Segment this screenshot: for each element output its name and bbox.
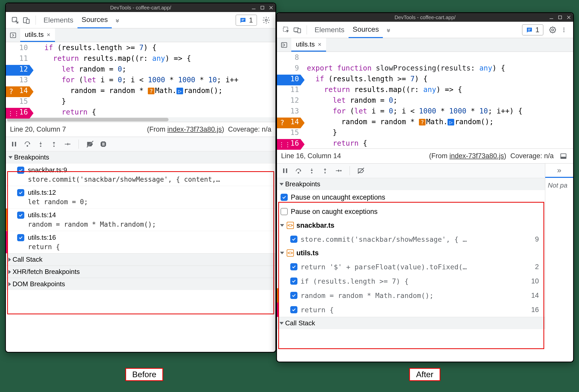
svg-rect-47 [286, 168, 287, 173]
breakpoint-item[interactable]: store.commit('snackbar/showMessage', { …… [277, 232, 545, 246]
pause-exceptions-icon[interactable] [98, 139, 109, 150]
source-map-link[interactable]: index-73f73a80.js [167, 125, 222, 133]
issues-badge[interactable]: 1 [236, 15, 257, 26]
checkbox-checked-icon[interactable] [290, 263, 297, 270]
breakpoint-group-utils[interactable]: <> utils.ts [277, 246, 545, 260]
close-tab-icon[interactable]: × [47, 31, 50, 38]
svg-rect-1 [261, 6, 264, 9]
breakpoint-item[interactable]: return { 16 [277, 303, 545, 317]
step-over-icon[interactable] [22, 139, 33, 150]
breakpoint-item[interactable]: utils.ts:12 let random = 0; [6, 186, 275, 208]
breakpoints-header[interactable]: Breakpoints [6, 151, 275, 163]
checkbox-checked-icon[interactable] [17, 234, 24, 241]
close-icon[interactable] [269, 5, 273, 10]
xhr-breakpoints-header[interactable]: XHR/fetch Breakpoints [6, 266, 275, 278]
main-toolbar: Elements Sources 1 [277, 22, 573, 38]
code-editor[interactable]: 10 if (results.length >= 7) { 11 return … [6, 42, 275, 122]
checkbox-checked-icon[interactable] [290, 306, 297, 313]
step-over-icon[interactable] [293, 165, 304, 176]
svg-text:⋮⋮: ⋮⋮ [279, 141, 291, 148]
device-toggle-icon[interactable] [21, 15, 32, 26]
source-map-link[interactable]: index-73f73a80.js [449, 152, 504, 160]
navigator-toggle-icon[interactable] [7, 30, 19, 41]
deactivate-breakpoints-icon[interactable] [84, 139, 96, 150]
disclosure-open-icon [280, 252, 284, 254]
checkbox-checked-icon[interactable] [290, 278, 297, 285]
pause-icon[interactable] [8, 139, 20, 150]
tab-elements[interactable]: Elements [310, 22, 349, 38]
file-tab[interactable]: utils.ts × [291, 38, 326, 52]
pause-icon[interactable] [280, 165, 291, 176]
tab-elements[interactable]: Elements [39, 13, 77, 28]
js-file-icon: <> [287, 222, 294, 229]
breakpoint-item[interactable]: if (results.length >= 7) { 10 [277, 274, 545, 288]
step-icon[interactable] [333, 165, 344, 176]
more-tabs-icon[interactable] [112, 15, 123, 26]
tab-sources[interactable]: Sources [77, 12, 112, 28]
inspect-icon[interactable] [281, 24, 292, 36]
callstack-header[interactable]: Call Stack [277, 317, 545, 329]
maximize-icon[interactable] [558, 15, 562, 20]
issues-badge[interactable]: 1 [522, 24, 543, 36]
breakpoint-code: let random = 0; [17, 198, 272, 206]
breakpoint-item[interactable]: snackbar.ts:9 store.commit('snackbar/sho… [6, 163, 275, 186]
breakpoint-code: random = random * Math.random(); [17, 221, 272, 228]
breakpoint-item[interactable]: return '$' + parseFloat(value).toFixed(…… [277, 260, 545, 274]
cursor-position: Line 20, Column 7 [10, 125, 66, 133]
kebab-menu-icon[interactable] [558, 24, 570, 36]
deactivate-breakpoints-icon[interactable] [355, 165, 367, 176]
show-drawer-icon[interactable] [558, 151, 569, 162]
js-file-icon: <> [287, 249, 294, 257]
tab-sources[interactable]: Sources [349, 22, 383, 38]
checkbox-checked-icon[interactable] [290, 292, 297, 299]
breakpoint-item[interactable]: random = random * Math.random(); 14 [277, 288, 545, 303]
svg-point-34 [563, 28, 564, 29]
breakpoints-header[interactable]: Breakpoints [277, 178, 545, 190]
settings-icon[interactable] [261, 15, 272, 26]
step-into-icon[interactable] [35, 139, 46, 150]
svg-text:⋮⋮: ⋮⋮ [7, 110, 20, 117]
settings-icon[interactable] [547, 24, 558, 36]
code-editor[interactable]: 8 9 export function slowProcessing(resul… [277, 52, 573, 148]
breakpoint-group-snackbar[interactable]: <> snackbar.ts [277, 219, 545, 232]
checkbox-checked-icon[interactable] [290, 236, 297, 243]
checkbox-unchecked-icon[interactable] [281, 208, 288, 215]
disclosure-closed-icon [8, 258, 11, 262]
cursor-position: Line 16, Column 14 [281, 152, 341, 160]
more-tabs-icon[interactable]: » [545, 164, 573, 178]
file-tab[interactable]: utils.ts × [20, 28, 55, 42]
minimize-icon[interactable] [549, 15, 554, 20]
svg-point-36 [563, 31, 564, 32]
checkbox-checked-icon[interactable] [17, 212, 24, 219]
pause-uncaught-row[interactable]: Pause on uncaught exceptions [277, 190, 545, 204]
checkbox-checked-icon[interactable] [17, 167, 24, 174]
file-tab-label: utils.ts [296, 40, 315, 48]
breakpoints-title: Breakpoints [285, 180, 320, 188]
dom-breakpoints-header[interactable]: DOM Breakpoints [6, 278, 275, 290]
svg-rect-14 [12, 142, 13, 146]
inspect-icon[interactable] [9, 15, 21, 26]
svg-point-33 [552, 29, 554, 31]
svg-rect-15 [15, 142, 16, 146]
breakpoint-item[interactable]: utils.ts:16 return { [6, 231, 275, 253]
step-out-icon[interactable] [48, 139, 60, 150]
issues-count: 1 [249, 16, 253, 24]
window-title: DevTools - coffee-cart.app/ [110, 5, 171, 11]
minimize-icon[interactable] [251, 5, 256, 10]
checkbox-checked-icon[interactable] [17, 189, 24, 196]
step-out-icon[interactable] [319, 165, 331, 176]
step-icon[interactable] [62, 139, 73, 150]
close-icon[interactable] [566, 15, 571, 20]
navigator-toggle-icon[interactable] [279, 39, 290, 51]
pause-caught-row[interactable]: Pause on caught exceptions [277, 204, 545, 219]
breakpoint-item[interactable]: utils.ts:14 random = random * Math.rando… [6, 208, 275, 231]
checkbox-checked-icon[interactable] [281, 194, 288, 201]
close-tab-icon[interactable]: × [318, 41, 321, 48]
titlebar: DevTools - coffee-cart.app/ [6, 3, 275, 12]
svg-rect-38 [282, 42, 284, 47]
maximize-icon[interactable] [260, 5, 265, 10]
callstack-header[interactable]: Call Stack [6, 253, 275, 266]
more-tabs-icon[interactable] [383, 24, 394, 36]
step-into-icon[interactable] [306, 165, 317, 176]
device-toggle-icon[interactable] [292, 24, 303, 36]
